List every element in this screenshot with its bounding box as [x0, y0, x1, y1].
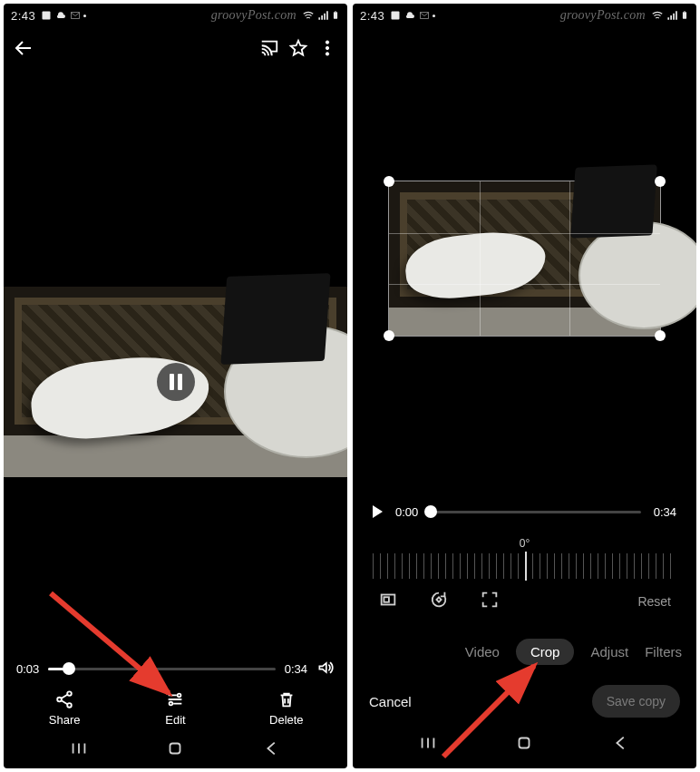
image-icon: [390, 10, 401, 21]
back-button[interactable]: [13, 37, 34, 59]
video-preview[interactable]: [4, 287, 347, 477]
svg-point-5: [326, 53, 328, 55]
tab-filters[interactable]: Filters: [645, 644, 682, 660]
signal-icon: [666, 9, 678, 22]
edit-tabs: Video Crop Adjust Filters: [353, 619, 696, 672]
svg-rect-17: [384, 597, 389, 602]
image-icon: [41, 10, 52, 21]
crop-handle-tr[interactable]: [655, 176, 666, 187]
favorite-icon[interactable]: [287, 37, 309, 59]
time-current: 0:00: [395, 505, 418, 519]
nav-home[interactable]: [165, 738, 185, 762]
status-left-icons: [41, 10, 86, 21]
cloud-icon: [54, 10, 67, 21]
time-total: 0:34: [654, 505, 676, 519]
svg-point-4: [326, 46, 328, 49]
svg-point-9: [178, 694, 181, 698]
edit-button[interactable]: Edit: [134, 689, 216, 727]
dot-icon: [83, 15, 86, 17]
svg-point-3: [326, 41, 328, 44]
rotation-ruler[interactable]: [373, 553, 676, 579]
share-label: Share: [49, 713, 81, 727]
svg-rect-13: [392, 12, 400, 20]
wifi-icon: [651, 9, 664, 22]
nav-home[interactable]: [514, 733, 534, 757]
save-copy-button[interactable]: Save copy: [592, 685, 680, 718]
status-bar: 2:43 groovyPost.com: [4, 4, 347, 27]
watermark: groovyPost.com: [560, 8, 646, 23]
svg-rect-14: [683, 12, 686, 19]
nav-bar: [4, 732, 347, 768]
signal-icon: [316, 9, 329, 22]
watermark: groovyPost.com: [211, 8, 297, 23]
aspect-ratio-icon[interactable]: [378, 590, 398, 613]
nav-bar: [353, 727, 696, 763]
dot-icon: [433, 15, 435, 17]
wifi-icon: [302, 9, 315, 22]
time-total: 0:34: [285, 662, 307, 676]
svg-rect-19: [520, 738, 530, 748]
crop-handle-tl[interactable]: [384, 176, 394, 187]
scrubber-track[interactable]: [48, 668, 275, 670]
nav-recents[interactable]: [69, 738, 89, 762]
nav-recents[interactable]: [418, 733, 438, 757]
action-bar: Share Edit Delete: [4, 682, 347, 732]
status-clock: 2:43: [11, 9, 35, 23]
svg-rect-0: [43, 12, 51, 20]
cloud-icon: [403, 10, 416, 21]
crop-preview[interactable]: [389, 181, 660, 336]
overflow-icon[interactable]: [316, 37, 338, 59]
video-scrubber[interactable]: 0:00 0:34: [353, 499, 696, 524]
svg-rect-18: [436, 597, 441, 601]
dialog-bar: Cancel Save copy: [353, 672, 696, 727]
crop-handle-bl[interactable]: [384, 330, 394, 341]
share-button[interactable]: Share: [24, 689, 105, 727]
scrubber-track[interactable]: [431, 511, 640, 513]
tab-adjust[interactable]: Adjust: [590, 644, 628, 660]
svg-point-10: [170, 702, 173, 706]
svg-rect-2: [335, 11, 336, 12]
play-button[interactable]: [373, 505, 383, 518]
rotation-readout: 0°: [353, 537, 696, 550]
svg-rect-11: [170, 744, 180, 754]
battery-icon: [680, 9, 689, 22]
status-bar: 2:43 groovyPost.com: [353, 4, 696, 27]
status-left-icons: [390, 10, 435, 21]
nav-back[interactable]: [262, 738, 282, 762]
svg-rect-1: [334, 12, 337, 19]
reset-button[interactable]: Reset: [637, 594, 671, 609]
screenshot-left: 2:43 groovyPost.com: [4, 4, 347, 768]
gmail-icon: [70, 10, 81, 21]
svg-rect-15: [684, 11, 685, 12]
nav-back[interactable]: [611, 733, 631, 757]
screenshot-right: 2:43 groovyPost.com: [353, 4, 696, 768]
time-current: 0:03: [16, 662, 39, 676]
cast-icon[interactable]: [258, 37, 280, 59]
tab-video[interactable]: Video: [465, 644, 500, 660]
cancel-button[interactable]: Cancel: [369, 694, 412, 709]
edit-label: Edit: [165, 713, 185, 727]
rotate-icon[interactable]: [429, 590, 449, 613]
status-clock: 2:43: [360, 9, 384, 23]
status-right-icons: [651, 9, 689, 22]
gmail-icon: [419, 10, 430, 21]
delete-button[interactable]: Delete: [246, 689, 327, 727]
battery-icon: [331, 9, 340, 22]
header: [4, 27, 347, 69]
expand-icon[interactable]: [480, 590, 500, 613]
status-right-icons: [302, 9, 340, 22]
volume-icon[interactable]: [316, 659, 335, 679]
tab-crop[interactable]: Crop: [516, 639, 575, 665]
pause-button[interactable]: [157, 363, 195, 401]
crop-handle-br[interactable]: [655, 330, 666, 341]
delete-label: Delete: [269, 713, 304, 727]
video-scrubber[interactable]: 0:03 0:34: [4, 655, 347, 682]
crop-toolbar: Reset: [353, 579, 696, 619]
